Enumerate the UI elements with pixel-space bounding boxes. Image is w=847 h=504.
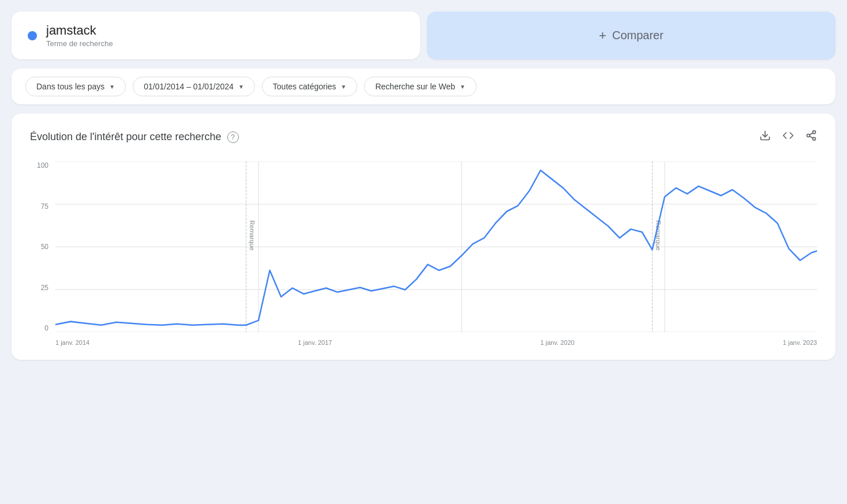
filter-country[interactable]: Dans tous les pays ▼ [25, 77, 126, 96]
svg-line-5 [809, 133, 813, 134]
chart-header: Évolution de l'intérêt pour cette recher… [30, 130, 817, 144]
compare-button[interactable]: + Comparer [427, 12, 835, 59]
chart-card: Évolution de l'intérêt pour cette recher… [12, 114, 835, 360]
chart-actions [759, 130, 817, 144]
embed-button[interactable] [782, 130, 794, 144]
share-button[interactable] [805, 130, 817, 144]
compare-plus-icon: + [599, 28, 606, 43]
compare-label: Comparer [612, 29, 664, 42]
search-subtitle: Terme de recherche [46, 39, 113, 48]
search-text-group: jamstack Terme de recherche [46, 23, 113, 48]
y-label-0: 0 [30, 324, 48, 332]
svg-text:Remarque: Remarque [249, 220, 256, 250]
x-axis: 1 janv. 2014 1 janv. 2017 1 janv. 2020 1… [55, 339, 817, 346]
chevron-down-icon: ▼ [109, 84, 115, 90]
filter-date[interactable]: 01/01/2014 – 01/01/2024 ▼ [133, 77, 255, 96]
filter-category-label: Toutes catégories [273, 82, 336, 91]
x-label-2017: 1 janv. 2017 [298, 339, 332, 346]
y-label-50: 50 [30, 243, 48, 251]
help-icon[interactable]: ? [227, 131, 239, 143]
trend-chart: Remarque Remarque [55, 161, 817, 332]
filter-country-label: Dans tous les pays [36, 82, 104, 91]
chevron-down-icon: ▼ [238, 84, 244, 90]
x-label-2023: 1 janv. 2023 [783, 339, 817, 346]
chart-area: 0 25 50 75 100 [30, 161, 817, 346]
filter-date-label: 01/01/2014 – 01/01/2024 [144, 82, 234, 91]
chevron-down-icon: ▼ [341, 84, 347, 90]
filter-search-type-label: Recherche sur le Web [375, 82, 455, 91]
svg-line-4 [809, 136, 813, 138]
chart-svg-container: Remarque Remarque [55, 161, 817, 332]
filters-bar: Dans tous les pays ▼ 01/01/2014 – 01/01/… [12, 69, 835, 104]
filter-category[interactable]: Toutes catégories ▼ [262, 77, 358, 96]
filter-search-type[interactable]: Recherche sur le Web ▼ [364, 77, 476, 96]
y-axis: 0 25 50 75 100 [30, 161, 48, 346]
search-term: jamstack [46, 23, 113, 38]
chevron-down-icon: ▼ [460, 84, 466, 90]
x-label-2014: 1 janv. 2014 [55, 339, 89, 346]
y-label-25: 25 [30, 284, 48, 292]
search-card: jamstack Terme de recherche [12, 12, 420, 59]
chart-title-group: Évolution de l'intérêt pour cette recher… [30, 131, 239, 143]
x-label-2020: 1 janv. 2020 [541, 339, 575, 346]
chart-title: Évolution de l'intérêt pour cette recher… [30, 131, 222, 143]
y-label-75: 75 [30, 202, 48, 210]
search-indicator-dot [28, 31, 37, 40]
y-label-100: 100 [30, 161, 48, 170]
download-button[interactable] [759, 130, 771, 144]
